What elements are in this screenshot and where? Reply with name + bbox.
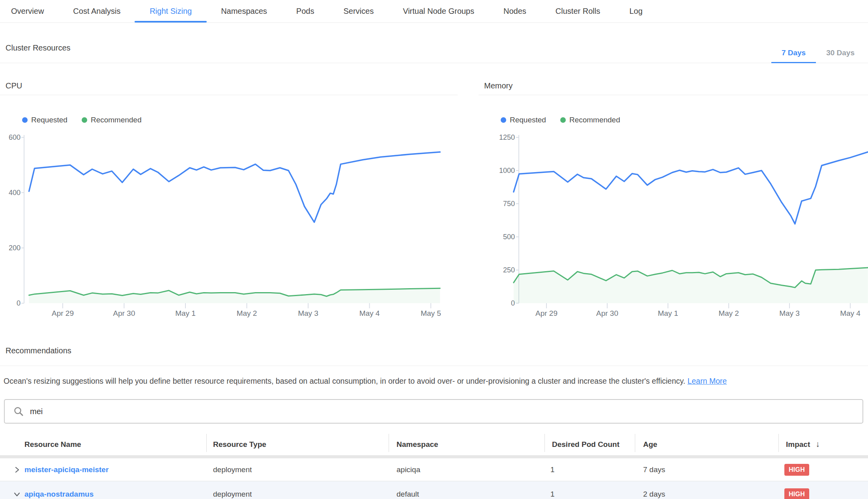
svg-text:May 4: May 4 <box>840 309 861 317</box>
col-namespace[interactable]: Namespace <box>397 440 438 449</box>
search-icon <box>13 406 24 416</box>
tab-cluster-rolls[interactable]: Cluster Rolls <box>556 0 600 23</box>
range-30-days[interactable]: 30 Days <box>816 49 865 63</box>
namespace-cell: default <box>397 490 419 499</box>
divider <box>0 366 868 366</box>
tab-label: Log <box>629 7 642 16</box>
table-header: Resource Name Resource Type Namespace De… <box>0 424 868 458</box>
tab-label: Nodes <box>503 7 526 16</box>
range-label: 7 Days <box>782 49 806 57</box>
chevron-down-icon[interactable] <box>13 490 21 499</box>
tab-label: Cost Analysis <box>73 7 120 16</box>
charts-row: CPU Requested Recommended 0200400600Apr … <box>0 81 868 320</box>
cpu-chart-title: CPU <box>0 81 458 95</box>
svg-text:May 2: May 2 <box>718 309 739 317</box>
recommendations-title: Recommendations <box>6 346 868 355</box>
description-text: Ocean's resizing suggestions will help y… <box>4 377 685 385</box>
tab-bar: Overview Cost Analysis Right Sizing Name… <box>0 0 868 23</box>
learn-more-link[interactable]: Learn More <box>687 377 727 385</box>
svg-text:Apr 30: Apr 30 <box>113 309 135 317</box>
svg-text:May 3: May 3 <box>779 309 800 317</box>
namespace-cell: apiciqa <box>397 465 420 474</box>
svg-text:Apr 29: Apr 29 <box>535 309 557 317</box>
col-resource-name[interactable]: Resource Name <box>24 440 81 449</box>
pod-count-cell: 1 <box>550 465 555 474</box>
resource-name-link[interactable]: apiqa-nostradamus <box>24 490 94 499</box>
chevron-right-icon[interactable] <box>13 465 21 474</box>
range-label: 30 Days <box>826 49 855 57</box>
time-range-toggle: 7 Days 30 Days <box>771 49 868 63</box>
requested-dot-icon <box>501 117 506 123</box>
tab-label: Services <box>343 7 374 16</box>
svg-text:1000: 1000 <box>499 167 515 174</box>
svg-text:500: 500 <box>503 233 515 241</box>
memory-chart-title: Memory <box>479 81 868 95</box>
legend-label: Recommended <box>569 116 620 124</box>
recommended-dot-icon <box>82 117 87 123</box>
svg-text:May 1: May 1 <box>175 309 196 317</box>
col-age[interactable]: Age <box>643 440 657 449</box>
memory-line-chart: 025050075010001250Apr 29Apr 30May 1May 2… <box>479 131 868 320</box>
legend-requested: Requested <box>22 116 67 124</box>
tab-log[interactable]: Log <box>629 0 642 23</box>
recommended-dot-icon <box>560 117 566 123</box>
svg-text:May 4: May 4 <box>359 309 380 317</box>
tab-label: Virtual Node Groups <box>403 7 474 16</box>
tab-label: Right Sizing <box>150 7 192 16</box>
resource-name-link[interactable]: meister-apiciqa-meister <box>24 465 108 474</box>
table-row[interactable]: apiqa-nostradamus deployment default 1 2… <box>0 481 868 499</box>
cpu-line-chart: 0200400600Apr 29Apr 30May 1May 2May 3May… <box>0 131 452 320</box>
recommendations-table: Resource Name Resource Type Namespace De… <box>0 424 868 499</box>
table-row[interactable]: meister-apiciqa-meister deployment apici… <box>0 458 868 481</box>
svg-text:May 2: May 2 <box>237 309 257 317</box>
svg-text:250: 250 <box>503 266 515 274</box>
tab-pods[interactable]: Pods <box>296 0 314 23</box>
cluster-resources-header: Cluster Resources 7 Days 30 Days <box>0 23 868 63</box>
svg-text:750: 750 <box>503 200 515 208</box>
impact-badge: HIGH <box>784 464 809 476</box>
col-impact-label: Impact <box>786 440 810 448</box>
svg-text:May 1: May 1 <box>658 309 678 317</box>
recommendations-description: Ocean's resizing suggestions will help y… <box>4 375 868 386</box>
column-divider <box>635 434 635 452</box>
legend-label: Requested <box>31 116 67 124</box>
range-7-days[interactable]: 7 Days <box>771 49 816 63</box>
tab-label: Namespaces <box>221 7 267 16</box>
pod-count-cell: 1 <box>550 490 555 499</box>
resource-type-cell: deployment <box>213 465 252 474</box>
legend-label: Recommended <box>91 116 142 124</box>
tab-label: Pods <box>296 7 314 16</box>
tab-services[interactable]: Services <box>343 0 374 23</box>
svg-text:May 3: May 3 <box>298 309 318 317</box>
tab-overview[interactable]: Overview <box>11 0 44 23</box>
tab-nodes[interactable]: Nodes <box>503 0 526 23</box>
svg-text:0: 0 <box>17 299 21 307</box>
col-resource-type[interactable]: Resource Type <box>213 440 266 449</box>
column-divider <box>778 434 779 452</box>
tab-namespaces[interactable]: Namespaces <box>221 0 267 23</box>
memory-chart-panel: Memory Requested Recommended 02505007501… <box>479 81 868 320</box>
tab-virtual-node-groups[interactable]: Virtual Node Groups <box>403 0 474 23</box>
svg-text:Apr 30: Apr 30 <box>596 309 618 317</box>
tab-right-sizing[interactable]: Right Sizing <box>150 0 192 23</box>
col-desired-pod-count[interactable]: Desired Pod Count <box>552 440 619 449</box>
cluster-resources-title: Cluster Resources <box>6 43 71 63</box>
legend-recommended: Recommended <box>82 116 142 124</box>
tab-label: Overview <box>11 7 44 16</box>
memory-chart-legend: Requested Recommended <box>501 116 868 124</box>
svg-text:1250: 1250 <box>499 133 515 141</box>
search-input[interactable] <box>30 407 862 416</box>
legend-requested: Requested <box>501 116 546 124</box>
tab-cost-analysis[interactable]: Cost Analysis <box>73 0 120 23</box>
impact-badge: HIGH <box>784 488 809 499</box>
impact-cell: HIGH <box>784 488 809 499</box>
sort-desc-icon[interactable]: ↓ <box>816 439 820 448</box>
column-divider <box>206 434 207 452</box>
column-divider <box>544 434 545 452</box>
legend-label: Requested <box>510 116 546 124</box>
col-impact[interactable]: Impact↓ <box>786 439 820 449</box>
svg-text:600: 600 <box>9 133 21 141</box>
resource-type-cell: deployment <box>213 490 252 499</box>
svg-text:200: 200 <box>9 244 21 252</box>
legend-recommended: Recommended <box>560 116 620 124</box>
